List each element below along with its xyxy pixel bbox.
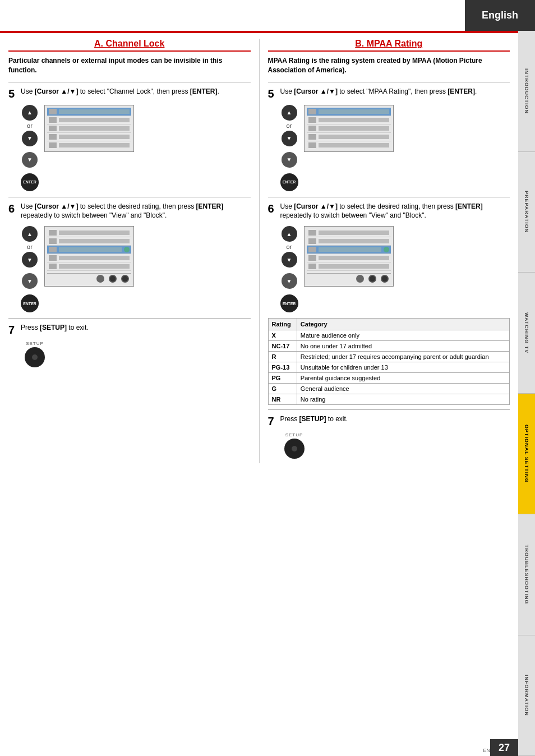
tv-row-a6-1 xyxy=(47,229,131,237)
tv-bar-a5-5 xyxy=(59,143,130,147)
btn-enter-b5: ENTER xyxy=(280,173,298,191)
rating-table-row: RRestricted; under 17 requires accompany… xyxy=(268,352,510,362)
tv-icon-a5-4 xyxy=(49,134,57,140)
btn-down2-a5: ▼ xyxy=(22,152,38,168)
section-b-description: MPAA Rating is the rating system created… xyxy=(268,56,510,75)
step5-num-b: 5 xyxy=(268,88,280,99)
remote-buttons-b6: ▲ or ▼ ▼ ENTER xyxy=(280,226,298,312)
btn-up-a5: ▲ xyxy=(22,105,38,121)
dot3-b6 xyxy=(381,275,389,283)
tv-bar-a6-5 xyxy=(59,264,130,269)
tv-icon-b6-3 xyxy=(308,247,316,252)
dot2-b6 xyxy=(368,275,376,283)
section-b-step7: 7 Press [SETUP] to exit. xyxy=(268,414,510,427)
step7-bold-b: [SETUP] xyxy=(299,415,326,423)
tv-row-b6-4 xyxy=(307,254,391,262)
category-cell: Mature audience only xyxy=(297,330,509,341)
dot1-a6 xyxy=(96,275,104,283)
tv-bar-b5-4 xyxy=(319,135,389,139)
rating-cell: NC-17 xyxy=(268,341,297,352)
section-a-description: Particular channels or external input mo… xyxy=(8,56,251,75)
tv-icon-a5-3 xyxy=(49,126,57,131)
tv-row-b5-4 xyxy=(307,133,391,141)
btn-setup-a xyxy=(25,347,45,367)
step6-num-b: 6 xyxy=(268,203,280,214)
tv-icon-a5-1 xyxy=(49,109,57,114)
tv-icon-a6-5 xyxy=(49,264,57,269)
sidebar-tab-preparation[interactable]: PREPARATION xyxy=(518,152,535,273)
setup-area-a: SETUP xyxy=(21,341,49,367)
rating-table-row: XMature audience only xyxy=(268,330,510,341)
tv-bar-a5-3 xyxy=(59,126,130,131)
tv-bar-a6-3 xyxy=(59,247,122,252)
btn-down-a6: ▼ xyxy=(22,252,38,268)
tv-icon-a5-5 xyxy=(49,142,57,148)
step5-num: 5 xyxy=(8,88,21,99)
tv-icon-b6-1 xyxy=(308,230,316,236)
btn-up-a6: ▲ xyxy=(22,226,38,242)
btn-enter-a5: ENTER xyxy=(21,173,39,191)
rating-cell: NR xyxy=(268,394,297,405)
dot2-a6 xyxy=(109,275,117,283)
svg-point-3 xyxy=(292,446,297,451)
tv-icon-b5-1 xyxy=(308,109,316,114)
tv-row-b6-2 xyxy=(307,237,391,246)
category-cell: Unsuitable for children under 13 xyxy=(297,362,509,373)
step6-bold1-b: [Cursor ▲/▼] xyxy=(294,202,338,210)
tv-row-a6-5 xyxy=(47,262,131,271)
section-b-step5: 5 Use [Cursor ▲/▼] to select "MPAA Ratin… xyxy=(268,87,510,99)
btn-enter-b6: ENTER xyxy=(280,294,298,312)
tv-icon-b5-4 xyxy=(308,134,316,140)
step5-text: Use [Cursor ▲/▼] to select "Channel Lock… xyxy=(21,87,251,96)
btn-down2-b6: ▼ xyxy=(282,273,297,289)
rating-table: Rating Category XMature audience onlyNC-… xyxy=(268,318,510,405)
step7-num-a: 7 xyxy=(8,324,21,335)
section-a-title: A. Channel Lock xyxy=(8,39,251,52)
tv-bar-b5-2 xyxy=(319,118,389,122)
rating-table-row: NC-17No one under 17 admitted xyxy=(268,341,510,352)
tv-icon-a5-2 xyxy=(49,117,57,123)
sidebar-tab-information[interactable]: INFORMATION xyxy=(518,635,535,757)
dot3-a6 xyxy=(121,275,129,283)
rating-table-col1: Rating xyxy=(268,319,297,330)
sidebar-tab-watching[interactable]: WATCHING TV xyxy=(518,273,535,394)
language-label: English xyxy=(482,10,518,21)
tv-row-b5-1 xyxy=(307,108,391,116)
tv-icon-b6-4 xyxy=(308,255,316,261)
btn-down2-a6: ▼ xyxy=(22,273,38,289)
step5-bold1-b: [Cursor ▲/▼] xyxy=(294,87,338,95)
section-b-mpaa-rating: B. MPAA Rating MPAA Rating is the rating… xyxy=(260,39,510,463)
section-a-step7: 7 Press [SETUP] to exit. xyxy=(8,323,251,335)
btn-or-b6: or xyxy=(287,243,292,250)
tv-bar-a5-2 xyxy=(59,118,130,122)
step7-text-b: Press [SETUP] to exit. xyxy=(280,414,510,424)
sidebar-tab-introduction[interactable]: INTRODUCTION xyxy=(518,31,535,152)
setup-area-b: SETUP xyxy=(280,432,308,459)
category-cell: Parental guidance suggested xyxy=(297,373,509,384)
tv-row-b6-5 xyxy=(307,262,391,271)
rating-table-row: PG-13Unsuitable for children under 13 xyxy=(268,362,510,373)
tv-row-a5-2 xyxy=(47,116,131,125)
tv-row-a5-5 xyxy=(47,141,131,149)
tv-bar-a6-2 xyxy=(59,239,130,243)
tv-icon-b5-3 xyxy=(308,126,316,131)
svg-point-1 xyxy=(32,354,38,360)
step6-bold2-a: [ENTER] xyxy=(196,202,224,210)
tv-bar-a6-1 xyxy=(59,231,130,235)
tv-icon-a6-3 xyxy=(49,247,57,252)
tv-icon-b5-5 xyxy=(308,142,316,148)
tv-screen-a5 xyxy=(44,105,134,152)
tv-screen-a6 xyxy=(44,226,134,287)
tv-icon-b6-5 xyxy=(308,264,316,269)
main-content: A. Channel Lock Particular channels or e… xyxy=(0,33,518,469)
sidebar-tab-optional[interactable]: OPTIONAL SETTING xyxy=(518,394,535,515)
btn-up-b5: ▲ xyxy=(282,105,297,121)
btn-down-b5: ▼ xyxy=(282,131,297,146)
tv-bar-b5-1 xyxy=(319,109,389,114)
sidebar-tab-troubleshooting[interactable]: TROUBLESHOOTING xyxy=(518,514,535,635)
dot1-b6 xyxy=(356,275,364,283)
setup-label-a: SETUP xyxy=(26,341,44,346)
tv-dots-a6 xyxy=(47,273,131,284)
tv-screen-b6 xyxy=(304,226,394,287)
tv-row-b5-2 xyxy=(307,116,391,125)
